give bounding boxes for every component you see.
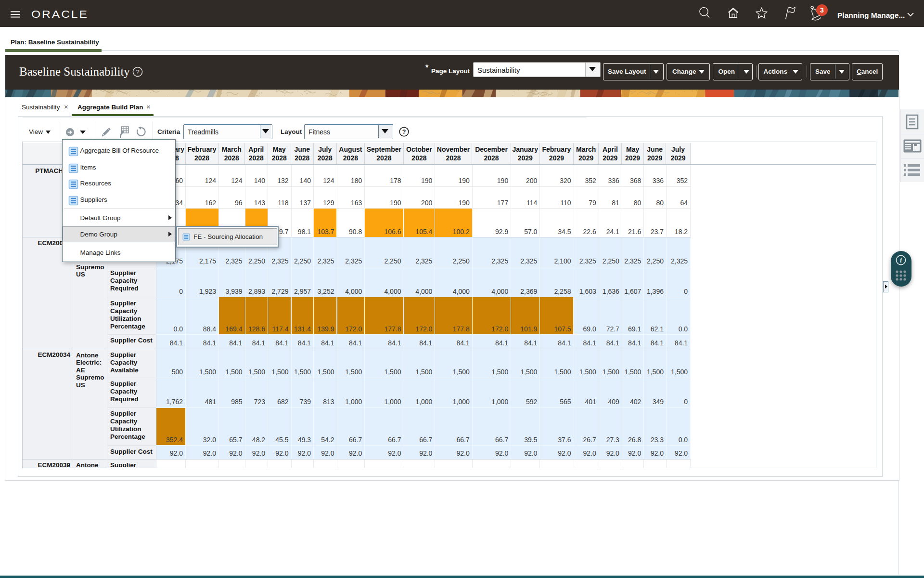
svg-text:i: i [900, 257, 902, 264]
svg-text:?: ? [402, 129, 406, 135]
svg-text:?: ? [136, 68, 139, 76]
